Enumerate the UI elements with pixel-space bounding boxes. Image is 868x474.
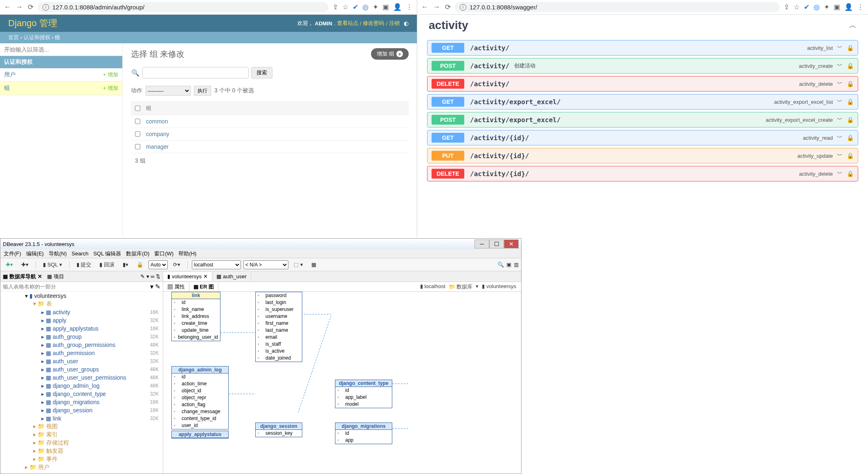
tree-table-row[interactable]: ▸ ▦ auth_user_user_permissions48K (0, 373, 163, 382)
lock-icon[interactable]: 🔒 (847, 170, 854, 177)
share-icon[interactable]: ⇪ (784, 3, 789, 11)
forward-icon[interactable]: → (16, 3, 23, 11)
avatar-icon[interactable]: 👤 (844, 3, 853, 11)
commit-button[interactable]: ▮ 提交 (74, 260, 94, 270)
lock-icon[interactable]: 🔒 (134, 260, 146, 269)
tree-table-row[interactable]: ▸ ▦ link32K (0, 414, 163, 423)
group-link[interactable]: manager (146, 143, 169, 150)
logout-link[interactable]: 注销 (389, 20, 400, 27)
search-icon[interactable]: 🔍 (497, 262, 504, 268)
auto-select[interactable]: Auto (148, 260, 168, 269)
ext-icon-1[interactable]: ✔ (353, 3, 358, 11)
tree-folder-row[interactable]: ▸ 📁 索引 (0, 431, 163, 439)
refresh-icon[interactable]: ⟳▾ (170, 260, 183, 269)
bc-home[interactable]: 首页 (8, 34, 19, 40)
tree-table-row[interactable]: ▸ ▦ django_content_type32K (0, 390, 163, 398)
search-button[interactable]: 搜索 (251, 67, 272, 78)
perspective-icon[interactable]: ▣ (506, 262, 511, 268)
schema-icon[interactable]: ⬚ ▾ (291, 260, 306, 269)
model-row-group[interactable]: 组 + 增加 (0, 82, 122, 95)
er-table-migrations[interactable]: django_migrations▪id▪app (335, 423, 392, 444)
crumb-schema[interactable]: ▮ volunteersys (482, 283, 516, 291)
subtab-er[interactable]: ▦ ER 图 (189, 282, 218, 291)
star-icon[interactable]: ☆ (794, 3, 800, 11)
menu-item[interactable]: 帮助(H) (178, 250, 196, 257)
close-button[interactable]: ✕ (504, 239, 519, 248)
model-row-user[interactable]: 用户 + 增加 (0, 68, 122, 82)
nav-filter-input[interactable] (3, 284, 150, 290)
operation-row[interactable]: GET /activity/{id}/ activity_read ﹀ 🔒 (427, 130, 858, 145)
lock-icon[interactable]: 🔒 (847, 80, 854, 87)
puzzle-icon[interactable]: ✦ (373, 3, 378, 11)
menu-icon[interactable]: ⋮ (857, 3, 864, 11)
tab-db-nav[interactable]: ▦ 数据库导航 ✕ (3, 273, 42, 280)
tree-table-row[interactable]: ▸ ▦ activity16K (0, 308, 163, 316)
lock-icon[interactable]: 🔒 (847, 45, 854, 51)
er-diagram[interactable]: link▪id▪link_name▪link_address▪create_ti… (163, 292, 521, 474)
brand-title[interactable]: Django 管理 (8, 17, 57, 29)
minimize-button[interactable]: ─ (474, 239, 489, 248)
maximize-button[interactable]: ☐ (489, 239, 504, 248)
go-button[interactable]: 执行 (194, 86, 211, 96)
tx-mode-button[interactable]: ▮▾ (120, 260, 131, 269)
tree-folder-row[interactable]: ▸ 📁 事件 (0, 455, 163, 463)
tree-table-row[interactable]: ▸ ▦ auth_group_permissions48K (0, 341, 163, 349)
menu-item[interactable]: 导航(N) (49, 250, 67, 257)
tree-table-row[interactable]: ▸ ▦ django_session16K (0, 406, 163, 414)
avatar-icon[interactable]: 👤 (393, 3, 402, 11)
chevron-down-icon[interactable]: ﹀ (837, 44, 843, 51)
nav-toolbar-icons[interactable]: ✎ ▾ ═ ⇅ (140, 273, 160, 279)
rollback-button[interactable]: ▮ 回滚 (97, 260, 117, 270)
sql-button[interactable]: ▮ SQL ▾ (40, 260, 65, 269)
tree-table-row[interactable]: ▸ ▦ apply_applystatus16K (0, 324, 163, 333)
operation-row[interactable]: GET /activity/export_excel/ activity_exp… (427, 94, 858, 110)
star-icon[interactable]: ☆ (342, 3, 349, 11)
tab-projects[interactable]: ▦ 项目 (47, 273, 64, 280)
view-site-link[interactable]: 查看站点 (337, 20, 358, 27)
er-table-session[interactable]: django_session▪session_key (255, 423, 302, 437)
back-icon[interactable]: ← (4, 3, 11, 11)
tree-table-row[interactable]: ▸ ▦ auth_user_groups48K (0, 365, 163, 373)
action-select[interactable]: --------- (146, 86, 191, 96)
table-row[interactable]: common (131, 115, 409, 128)
editor-tab-2[interactable]: ▦ auth_user (212, 272, 251, 281)
er-table-ctype[interactable]: django_content_type▪id▪app_label▪model (335, 380, 392, 408)
theme-toggle-icon[interactable]: ◐ (404, 20, 409, 27)
tree-table-row[interactable]: ▸ ▦ auth_permission32K (0, 349, 163, 357)
add-group-button[interactable]: 增加 组 + (371, 48, 409, 60)
menu-item[interactable]: 窗口(W) (154, 250, 173, 257)
app-header[interactable]: 认证和授权 (0, 56, 122, 68)
tag-header[interactable]: activity ︿ (417, 15, 868, 38)
perspective-switch-icon[interactable]: ▥ (514, 262, 519, 268)
tree-folder-row[interactable]: ▸ 📁 触发器 (0, 447, 163, 455)
grid-icon[interactable]: ▦ (308, 260, 319, 269)
table-row[interactable]: company (131, 128, 409, 141)
bc-app[interactable]: 认证和授权 (24, 34, 50, 40)
operation-row[interactable]: POST /activity/ 创建活动 activity_create ﹀ 🔒 (427, 58, 858, 74)
tree-table-row[interactable]: ▸ ▦ auth_group32K (0, 333, 163, 341)
er-table-link[interactable]: link▪id▪link_name▪link_address▪create_ti… (171, 292, 220, 341)
tree-folder-row[interactable]: ▸ 📁 存储过程 (0, 439, 163, 447)
er-table-adminlog[interactable]: django_admin_log▪id▪action_time▪object_i… (171, 366, 229, 429)
tree-folder-row[interactable]: ▸ 📁 视图 (0, 423, 163, 431)
chevron-down-icon[interactable]: ﹀ (837, 170, 843, 177)
crumb-db[interactable]: 📁 数据库 (449, 283, 473, 291)
lock-icon[interactable]: 🔒 (847, 63, 854, 69)
window-icon[interactable]: ▣ (382, 3, 389, 11)
sidebar-filter-input[interactable] (0, 43, 122, 56)
lock-icon[interactable]: 🔒 (847, 134, 854, 141)
chevron-down-icon[interactable]: ﹀ (837, 152, 843, 159)
chevron-up-icon[interactable]: ︿ (849, 20, 857, 30)
address-bar[interactable]: i 127.0.0.1:8088/admin/auth/group/ (38, 2, 328, 12)
back-icon[interactable]: ← (421, 3, 428, 11)
editor-tab-1[interactable]: ▮ volunteersys ✕ (163, 272, 212, 281)
search-input[interactable] (142, 67, 249, 78)
menu-icon[interactable]: ⋮ (406, 3, 413, 11)
ext-icon-2[interactable]: ◎ (362, 3, 369, 11)
menu-item[interactable]: SQL 编辑器 (93, 250, 121, 257)
chevron-down-icon[interactable]: ﹀ (837, 98, 843, 105)
er-table-authuser[interactable]: ▪password▪last_login▪is_superuser▪userna… (255, 292, 302, 362)
new-icon[interactable]: ✚▾ (18, 260, 31, 269)
change-password-link[interactable]: 修改密码 (363, 20, 384, 27)
operation-row[interactable]: DELETE /activity/{id}/ activity_delete ﹀… (427, 166, 858, 181)
